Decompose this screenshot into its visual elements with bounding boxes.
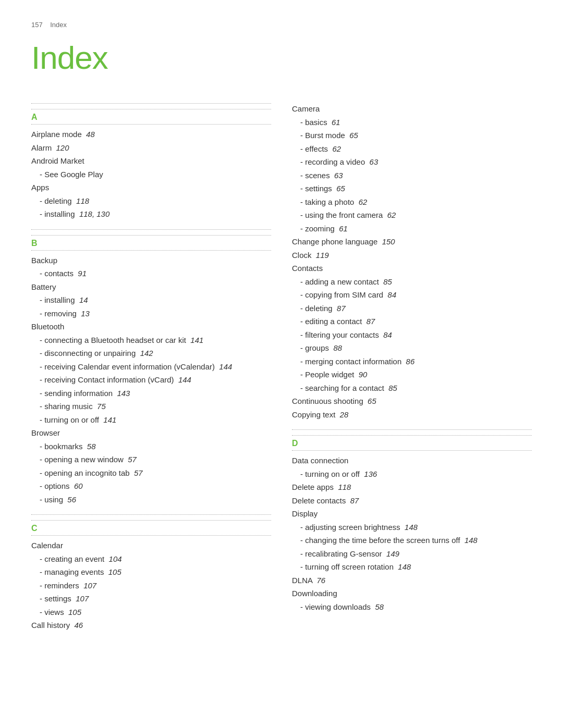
index-entry: - reminders 107 <box>31 579 271 593</box>
index-entry: - using the front camera 62 <box>292 208 532 222</box>
index-entry: - creating an event 104 <box>31 552 271 566</box>
index-entry: Browser <box>31 426 271 440</box>
index-entry: DLNA 76 <box>292 574 532 587</box>
index-entry: - groups 88 <box>292 341 532 355</box>
index-entry: - basics 61 <box>292 116 532 129</box>
section-letter: D <box>292 435 532 448</box>
index-entry: Backup <box>31 254 271 267</box>
index-entry: Delete apps 118 <box>292 480 532 494</box>
index-entry: Android Market <box>31 154 271 168</box>
index-entry: - disconnecting or unpairing 142 <box>31 347 271 360</box>
index-entry: - installing 118, 130 <box>31 207 271 221</box>
index-entry: - changing the time before the screen tu… <box>292 534 532 547</box>
index-entry: - deleting 87 <box>292 302 532 315</box>
section-block: Camera- basics 61- Burst mode 65- effect… <box>292 102 532 421</box>
index-entry: - viewing downloads 58 <box>292 600 532 614</box>
index-entry: - filtering your contacts 84 <box>292 328 532 342</box>
index-entry: Airplane mode 48 <box>31 128 271 141</box>
index-entry: - receiving Calendar event information (… <box>31 360 271 374</box>
index-entry: - scenes 63 <box>292 169 532 182</box>
section-block: CCalendar- creating an event 104- managi… <box>31 514 271 632</box>
left-column: AAirplane mode 48Alarm 120Android Market… <box>31 102 271 640</box>
index-entry: Delete contacts 87 <box>292 494 532 508</box>
index-entry: - settings 107 <box>31 592 271 606</box>
index-entry: - People widget 90 <box>292 368 532 381</box>
index-entry: - using 56 <box>31 493 271 507</box>
index-entry: - opening a new window 57 <box>31 453 271 466</box>
index-entry: Change phone language 150 <box>292 235 532 249</box>
index-content: AAirplane mode 48Alarm 120Android Market… <box>31 102 532 640</box>
index-entry: - copying from SIM card 84 <box>292 288 532 302</box>
index-entry: Battery <box>31 280 271 294</box>
index-entry: Copying text 28 <box>292 408 532 422</box>
index-entry: - settings 65 <box>292 182 532 195</box>
index-entry: Calendar <box>31 539 271 552</box>
index-entry: - receiving Contact information (vCard) … <box>31 373 271 387</box>
index-entry: - turning on or off 141 <box>31 413 271 427</box>
page-title: Index <box>31 39 532 76</box>
index-entry: Downloading <box>292 587 532 600</box>
index-entry: Call history 46 <box>31 619 271 632</box>
index-entry: Alarm 120 <box>31 141 271 155</box>
section-block: BBackup- contacts 91Battery- installing … <box>31 229 271 507</box>
index-entry: - installing 14 <box>31 293 271 307</box>
index-entry: Clock 119 <box>292 249 532 262</box>
index-entry: - merging contact information 86 <box>292 355 532 368</box>
section-letter: C <box>31 520 271 533</box>
right-column: Camera- basics 61- Burst mode 65- effect… <box>292 102 532 640</box>
index-entry: - adjusting screen brightness 148 <box>292 521 532 534</box>
index-entry: - searching for a contact 85 <box>292 381 532 395</box>
index-entry: - editing a contact 87 <box>292 315 532 328</box>
index-entry: Contacts <box>292 262 532 275</box>
index-entry: Bluetooth <box>31 320 271 334</box>
index-entry: - views 105 <box>31 606 271 619</box>
index-entry: - recalibrating G-sensor 149 <box>292 547 532 561</box>
index-entry: - effects 62 <box>292 142 532 156</box>
index-entry: - bookmarks 58 <box>31 440 271 453</box>
index-entry: - Burst mode 65 <box>292 129 532 142</box>
section-block: AAirplane mode 48Alarm 120Android Market… <box>31 103 271 221</box>
index-entry: - turning off screen rotation 148 <box>292 560 532 574</box>
index-entry: - adding a new contact 85 <box>292 275 532 289</box>
index-entry: - taking a photo 62 <box>292 195 532 209</box>
index-entry: - recording a video 63 <box>292 155 532 169</box>
section-letter: A <box>31 109 271 122</box>
index-entry: - zooming 61 <box>292 222 532 236</box>
index-entry: - turning on or off 136 <box>292 467 532 481</box>
index-entry: - managing events 105 <box>31 565 271 579</box>
index-entry: - connecting a Bluetooth headset or car … <box>31 334 271 347</box>
section-block: DData connection- turning on or off 136D… <box>292 429 532 613</box>
page-number-line: 157 Index <box>31 21 532 29</box>
index-entry: - sharing music 75 <box>31 400 271 413</box>
index-entry: - deleting 118 <box>31 194 271 208</box>
index-entry: - options 60 <box>31 479 271 493</box>
index-entry: Display <box>292 507 532 521</box>
section-letter: B <box>31 235 271 248</box>
index-entry: - sending information 143 <box>31 387 271 400</box>
index-entry: - contacts 91 <box>31 267 271 280</box>
index-entry: - See Google Play <box>31 168 271 181</box>
index-entry: - opening an incognito tab 57 <box>31 466 271 480</box>
index-entry: Continuous shooting 65 <box>292 394 532 408</box>
index-entry: - removing 13 <box>31 307 271 320</box>
index-entry: Camera <box>292 102 532 116</box>
index-entry: Data connection <box>292 454 532 467</box>
index-entry: Apps <box>31 181 271 194</box>
